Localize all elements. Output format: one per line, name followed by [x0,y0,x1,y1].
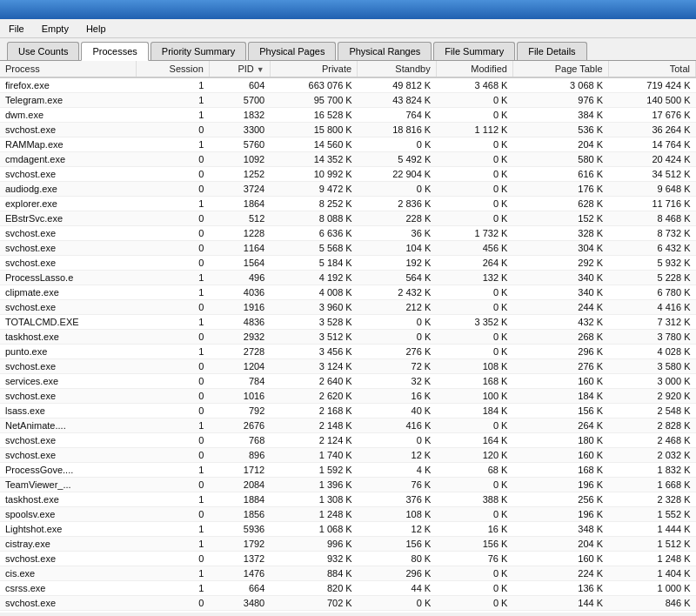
table-row[interactable]: cmdagent.exe0109214 352 K5 492 K0 K580 K… [0,152,696,167]
cell-process: ProcessGove.... [0,463,136,478]
cell-pid: 1712 [209,463,270,478]
table-row[interactable]: svchost.exe0125210 992 K22 904 K0 K616 K… [0,167,696,182]
table-row[interactable]: dwm.exe1183216 528 K764 K0 K384 K17 676 … [0,108,696,123]
content-area[interactable]: ProcessSessionPID ▼PrivateStandbyModifie… [0,61,696,613]
cell-private: 9 472 K [270,182,357,197]
cell-total: 1 444 K [608,522,695,537]
cell-process: svchost.exe [0,226,136,241]
cell-pid: 4036 [209,285,270,300]
cell-private: 932 K [270,552,357,566]
cell-private: 1 592 K [270,463,357,478]
tab-file-summary[interactable]: File Summary [433,42,515,60]
cell-modified: 0 K [436,152,512,167]
cell-total: 11 716 K [608,197,695,211]
cell-modified: 164 K [436,433,512,448]
cell-session: 0 [136,211,209,226]
cell-pid: 3724 [209,182,270,197]
table-row[interactable]: taskhost.exe118841 308 K376 K388 K256 K2… [0,492,696,507]
tab-physical-ranges[interactable]: Physical Ranges [338,42,432,60]
cell-session: 0 [136,241,209,256]
table-row[interactable]: ProcessGove....117121 592 K4 K68 K168 K1… [0,463,696,478]
tab-physical-pages[interactable]: Physical Pages [248,42,336,60]
column-header-process[interactable]: Process [0,61,136,77]
cell-total: 4 028 K [608,345,695,359]
cell-modified: 0 K [436,93,512,108]
table-row[interactable]: svchost.exe07682 124 K0 K164 K180 K2 468… [0,433,696,448]
cell-pid: 5936 [209,522,270,537]
table-row[interactable]: clipmate.exe140364 008 K2 432 K0 K340 K6… [0,285,696,300]
table-row[interactable]: svchost.exe011645 568 K104 K456 K304 K6 … [0,241,696,256]
table-row[interactable]: cistray.exe11792996 K156 K156 K204 K1 51… [0,537,696,552]
cell-modified: 0 K [436,330,512,345]
cell-private: 2 168 K [270,404,357,418]
column-header-private[interactable]: Private [270,61,357,77]
table-row[interactable]: svchost.exe01372932 K80 K76 K160 K1 248 … [0,552,696,566]
cell-pid: 5700 [209,93,270,108]
table-row[interactable]: svchost.exe012286 636 K36 K1 732 K328 K8… [0,226,696,241]
cell-process: cmdagent.exe [0,152,136,167]
table-row[interactable]: NetAnimate....126762 148 K416 K0 K264 K2… [0,418,696,433]
cell-private: 1 396 K [270,478,357,492]
table-row[interactable]: punto.exe127283 456 K276 K0 K296 K4 028 … [0,345,696,359]
table-row[interactable]: Telegram.exe1570095 700 K43 824 K0 K976 … [0,93,696,108]
cell-pid: 1252 [209,167,270,182]
cell-modified: 1 732 K [436,226,512,241]
tab-processes[interactable]: Processes [81,42,148,61]
cell-total: 6 432 K [608,241,695,256]
menu-item-file[interactable]: File [3,22,30,36]
cell-private: 4 192 K [270,271,357,285]
tab-priority-summary[interactable]: Priority Summary [151,42,246,60]
table-row[interactable]: svchost.exe010162 620 K16 K100 K184 K2 9… [0,389,696,404]
table-row[interactable]: taskhost.exe029323 512 K0 K0 K268 K3 780… [0,330,696,345]
table-row[interactable]: svchost.exe0330015 800 K18 816 K1 112 K5… [0,123,696,137]
cell-standby: 0 K [358,182,437,197]
table-row[interactable]: spoolsv.exe018561 248 K108 K0 K196 K1 55… [0,507,696,522]
cell-page-table: 536 K [512,123,608,137]
cell-total: 36 264 K [608,123,695,137]
table-row[interactable]: TeamViewer_...020841 396 K76 K0 K196 K1 … [0,478,696,492]
table-row[interactable]: audiodg.exe037249 472 K0 K0 K176 K9 648 … [0,182,696,197]
table-row[interactable]: svchost.exe015645 184 K192 K264 K292 K5 … [0,256,696,271]
cell-total: 8 468 K [608,211,695,226]
cell-private: 2 620 K [270,389,357,404]
cell-private: 996 K [270,537,357,552]
column-header-pid[interactable]: PID ▼ [209,61,270,77]
cell-page-table: 384 K [512,108,608,123]
table-row[interactable]: Lightshot.exe159361 068 K12 K16 K348 K1 … [0,522,696,537]
menu-item-empty[interactable]: Empty [37,22,74,36]
cell-page-table: 580 K [512,152,608,167]
column-header-modified[interactable]: Modified [436,61,512,77]
cell-private: 2 640 K [270,374,357,389]
tab-use-counts[interactable]: Use Counts [7,42,79,60]
table-row[interactable]: firefox.exe1604663 076 K49 812 K3 468 K3… [0,77,696,93]
cell-process: NetAnimate.... [0,418,136,433]
table-row[interactable]: svchost.exe019163 960 K212 K0 K244 K4 41… [0,300,696,315]
table-row[interactable]: csrss.exe1664820 K44 K0 K136 K1 000 K [0,581,696,596]
column-header-standby[interactable]: Standby [358,61,437,77]
cell-session: 0 [136,596,209,611]
cell-total: 2 032 K [608,448,695,463]
cell-page-table: 168 K [512,463,608,478]
cell-modified: 16 K [436,522,512,537]
column-header-total[interactable]: Total [608,61,695,77]
table-row[interactable]: services.exe07842 640 K32 K168 K160 K3 0… [0,374,696,389]
tab-file-details[interactable]: File Details [517,42,586,60]
column-header-page-table[interactable]: Page Table [512,61,608,77]
table-row[interactable]: ProcessLasso.e14964 192 K564 K132 K340 K… [0,271,696,285]
table-row[interactable]: RAMMap.exe1576014 560 K0 K0 K204 K14 764… [0,137,696,152]
table-row[interactable]: cis.exe11476884 K296 K0 K224 K1 404 K [0,566,696,581]
cell-page-table: 340 K [512,271,608,285]
table-row[interactable]: lsass.exe07922 168 K40 K184 K156 K2 548 … [0,404,696,418]
menu-item-help[interactable]: Help [81,22,111,36]
table-row[interactable]: svchost.exe03480702 K0 K0 K144 K846 K [0,596,696,611]
column-header-session[interactable]: Session [136,61,209,77]
table-row[interactable]: svchost.exe08961 740 K12 K120 K160 K2 03… [0,448,696,463]
cell-process: cistray.exe [0,537,136,552]
cell-page-table: 616 K [512,167,608,182]
table-row[interactable]: svchost.exe012043 124 K72 K108 K276 K3 5… [0,359,696,374]
table-row[interactable]: explorer.exe118648 252 K2 836 K0 K628 K1… [0,197,696,211]
table-row[interactable]: TOTALCMD.EXE148363 528 K0 K3 352 K432 K7… [0,315,696,330]
cell-modified: 0 K [436,581,512,596]
table-row[interactable]: EBstrSvc.exe05128 088 K228 K0 K152 K8 46… [0,211,696,226]
cell-process: svchost.exe [0,300,136,315]
